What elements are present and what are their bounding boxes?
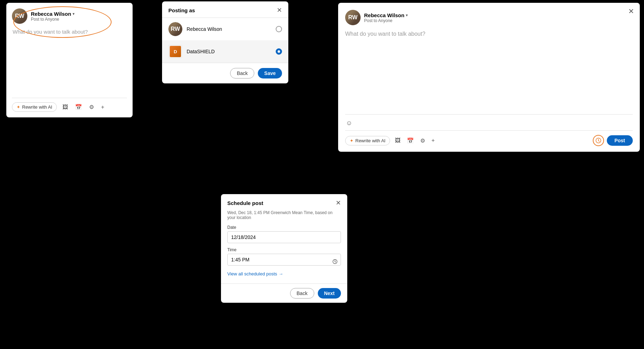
back-button-schedule[interactable]: Back [290, 288, 314, 299]
rewrite-btn-label-right: Rewrite with AI [355, 138, 385, 143]
close-schedule-button[interactable]: ✕ [336, 200, 341, 206]
radio-personal[interactable] [276, 26, 282, 32]
post-to-text: Post to Anyone [31, 17, 74, 22]
chevron-down-icon: ▾ [73, 12, 74, 16]
sparkle-icon: ✦ [16, 104, 20, 110]
post-composer-panel-left: RW Rebecca Wilson ▾ Post to Anyone What … [6, 3, 133, 117]
schedule-subtitle: Wed, Dec 18, 1:45 PM Greenwich Mean Time… [227, 210, 341, 220]
view-scheduled-posts-link[interactable]: View all scheduled posts → [227, 271, 283, 276]
chevron-down-icon-right: ▾ [406, 13, 408, 17]
user-name-text: Rebecca Wilson [31, 11, 71, 17]
compose-placeholder-right[interactable]: What do you want to talk about? [345, 31, 633, 37]
schedule-modal-title: Schedule post [227, 200, 263, 206]
bottom-toolbar-right: ☺ ✦ Rewrite with AI 🖼 📅 ⚙ + [345, 114, 633, 146]
sched-footer: Back Next [221, 283, 347, 303]
date-field-label: Date [227, 225, 341, 230]
avatar-image-right: RW [345, 10, 361, 25]
view-scheduled-label: View all scheduled posts [227, 271, 277, 276]
photo-icon-btn-right[interactable]: 🖼 [394, 137, 402, 144]
post-button-right[interactable]: Post [607, 135, 633, 146]
actions-right: Post [593, 135, 633, 146]
sched-header: Schedule post ✕ [221, 194, 347, 210]
settings-icon-btn[interactable]: ⚙ [88, 103, 95, 111]
datashield-inner-icon: D [170, 46, 181, 57]
arrow-icon: → [279, 271, 283, 276]
save-button-posting[interactable]: Save [258, 68, 282, 78]
user-name-text-right: Rebecca Wilson [364, 12, 404, 18]
user-name-right[interactable]: Rebecca Wilson ▾ [364, 12, 408, 18]
calendar-icon-btn[interactable]: 📅 [74, 103, 83, 111]
user-name-left[interactable]: Rebecca Wilson ▾ [31, 11, 74, 17]
posting-as-modal: Posting as ✕ RW Rebecca Wilson D DataSHI… [162, 1, 288, 83]
toolbar-left: ✦ Rewrite with AI 🖼 📅 ⚙ + [12, 98, 127, 112]
rewrite-ai-button-left[interactable]: ✦ Rewrite with AI [12, 102, 57, 112]
option-avatar-personal: RW [168, 22, 182, 36]
rewrite-btn-label: Rewrite with AI [22, 104, 52, 110]
sched-body: Wed, Dec 18, 1:45 PM Greenwich Mean Time… [221, 210, 347, 283]
post-to-text-right: Post to Anyone [364, 18, 408, 23]
photo-icon-btn[interactable]: 🖼 [61, 103, 69, 111]
next-button-schedule[interactable]: Next [318, 288, 341, 299]
separator [345, 130, 633, 131]
avatar-image: RW [12, 8, 27, 24]
option-name-datashield: DataSHIELD [187, 49, 271, 54]
datashield-logo: D [168, 45, 182, 59]
calendar-icon-btn-right[interactable]: 📅 [405, 137, 415, 145]
personal-avatar-img: RW [168, 22, 182, 36]
posting-option-personal[interactable]: RW Rebecca Wilson [162, 18, 288, 40]
actions-row-right: ✦ Rewrite with AI 🖼 📅 ⚙ + Post [345, 135, 633, 146]
close-modal-button[interactable]: ✕ [277, 7, 282, 13]
emoji-button-right[interactable]: ☺ [345, 119, 353, 128]
actions-left: ✦ Rewrite with AI 🖼 📅 ⚙ + [345, 136, 436, 145]
modal-footer: Back Save [162, 63, 288, 83]
header-row-right: RW Rebecca Wilson ▾ Post to Anyone [345, 10, 633, 25]
date-input[interactable] [227, 231, 341, 243]
posting-option-datashield[interactable]: D DataSHIELD [162, 40, 288, 63]
clock-icon [596, 138, 601, 143]
header-row: RW Rebecca Wilson ▾ Post to Anyone [12, 8, 127, 24]
name-block: Rebecca Wilson ▾ Post to Anyone [31, 11, 74, 22]
plus-icon-btn-right[interactable]: + [430, 137, 436, 144]
plus-icon-btn[interactable]: + [100, 103, 106, 111]
svg-line-2 [598, 141, 599, 142]
compose-placeholder-left[interactable]: What do you want to talk about? [12, 29, 127, 35]
schedule-clock-button[interactable] [593, 135, 604, 146]
post-composer-panel-right: ✕ RW Rebecca Wilson ▾ Post to Anyone Wha… [338, 3, 640, 152]
sparkle-icon-right: ✦ [350, 138, 354, 143]
emoji-row-right: ☺ [345, 119, 633, 128]
time-input-wrap [227, 254, 341, 271]
name-block-right: Rebecca Wilson ▾ Post to Anyone [364, 12, 408, 23]
settings-icon-btn-right[interactable]: ⚙ [419, 137, 427, 145]
modal-title: Posting as [168, 7, 195, 13]
schedule-post-modal: Schedule post ✕ Wed, Dec 18, 1:45 PM Gre… [221, 194, 347, 303]
avatar-right: RW [345, 10, 361, 25]
time-input[interactable] [227, 254, 341, 266]
rewrite-ai-button-right[interactable]: ✦ Rewrite with AI [345, 136, 390, 145]
modal-header: Posting as ✕ [162, 1, 288, 18]
close-right-panel-button[interactable]: ✕ [628, 7, 634, 15]
radio-datashield[interactable] [276, 48, 282, 55]
avatar: RW [12, 8, 27, 24]
time-field-label: Time [227, 247, 341, 252]
back-button-posting[interactable]: Back [230, 68, 254, 78]
option-name-personal: Rebecca Wilson [187, 26, 271, 32]
